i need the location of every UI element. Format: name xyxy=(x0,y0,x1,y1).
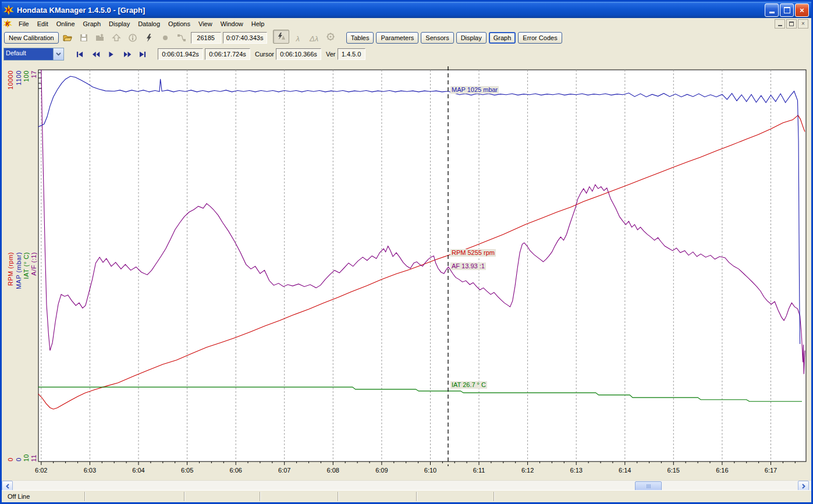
minimize-icon xyxy=(769,12,775,13)
version-label: Ver xyxy=(326,51,336,58)
preset-value: Default xyxy=(4,48,53,60)
datalog-upload-button xyxy=(273,30,289,44)
axis-max-label-rpm: 10000 xyxy=(7,70,14,90)
svg-text:6:09: 6:09 xyxy=(375,467,388,474)
mdi-restore-button[interactable] xyxy=(786,19,797,29)
status-divider xyxy=(260,492,260,501)
axis-name-label-map: MAP (mbar) xyxy=(15,252,22,289)
view-button-display[interactable]: Display xyxy=(456,32,487,44)
range-end-box: 0:06:17.724s xyxy=(205,48,250,60)
menu-bar: K FileEditOnlineGraphDisplayDatalogOptio… xyxy=(2,18,811,30)
svg-text:6:14: 6:14 xyxy=(619,467,631,474)
view-button-error-codes[interactable]: Error Codes xyxy=(518,32,562,44)
info-icon xyxy=(125,31,140,44)
open-folder-icon[interactable] xyxy=(60,31,75,44)
mdi-minimize-icon xyxy=(778,25,782,26)
view-button-parameters[interactable]: Parameters xyxy=(376,32,418,44)
svg-text:6:15: 6:15 xyxy=(668,467,680,474)
fast-forward-button[interactable] xyxy=(120,48,135,60)
svg-text:6:13: 6:13 xyxy=(570,467,582,474)
minimize-button[interactable] xyxy=(765,3,779,17)
mdi-restore-icon xyxy=(789,22,794,26)
axis-min-label-iat: 10 xyxy=(23,454,30,462)
menu-item-online[interactable]: Online xyxy=(52,19,79,29)
trace-icon xyxy=(174,31,189,44)
playback-toolbar: Default 0:06:01.942s 0:06:17.724s Cursor… xyxy=(2,46,811,62)
menu-item-datalog[interactable]: Datalog xyxy=(134,19,164,29)
menu-item-window[interactable]: Window xyxy=(216,19,247,29)
axis-max-label-map: 1100 xyxy=(15,70,22,86)
status-text: Off Line xyxy=(8,493,30,500)
cursor-value-label-iat: IAT 26.7 ° C xyxy=(450,381,487,389)
menu-item-help[interactable]: Help xyxy=(247,19,269,29)
horizontal-scrollbar[interactable] xyxy=(2,480,811,491)
axis-max-label-a/f: 17 xyxy=(30,70,37,78)
svg-text:6:10: 6:10 xyxy=(424,467,436,474)
cursor-label: Cursor xyxy=(255,51,274,58)
svg-text:6:05: 6:05 xyxy=(181,467,193,474)
axis-min-label-a/f: 11 xyxy=(30,455,37,462)
document-icon: K xyxy=(3,19,12,28)
axis-max-label-iat: 100 xyxy=(23,70,30,82)
close-button[interactable]: × xyxy=(795,3,809,17)
status-bar: Off Line xyxy=(2,490,811,503)
svg-text:6:17: 6:17 xyxy=(765,467,777,474)
upload-icon xyxy=(109,31,124,44)
graph-plot[interactable]: 6:026:036:046:056:066:076:086:096:106:11… xyxy=(2,62,813,480)
status-divider xyxy=(416,492,417,501)
skip-start-button[interactable] xyxy=(73,48,88,60)
range-start-box: 0:06:01.942s xyxy=(158,48,203,60)
main-toolbar: New Calibration 26185 0:07:40.343s λΔλ T… xyxy=(2,29,811,47)
status-divider xyxy=(184,492,184,501)
graph-panel: 6:026:036:046:056:066:076:086:096:106:11… xyxy=(2,62,813,480)
menu-item-graph[interactable]: Graph xyxy=(79,19,105,29)
svg-text:6:04: 6:04 xyxy=(132,467,144,474)
status-divider xyxy=(338,492,338,501)
title-bar: K Hondata KManager 1.4.5.0 - [Graph] × xyxy=(2,2,811,18)
svg-text:6:11: 6:11 xyxy=(473,467,485,474)
mdi-close-button[interactable]: × xyxy=(798,19,808,29)
play-button[interactable] xyxy=(105,48,119,60)
app-window: K Hondata KManager 1.4.5.0 - [Graph] × K… xyxy=(0,0,813,504)
app-icon: K xyxy=(3,5,14,15)
axis-name-label-a/f: A/F (:1) xyxy=(30,252,37,276)
axis-name-label-iat: IAT (° C) xyxy=(23,252,30,279)
axis-name-label-rpm: RPM (rpm) xyxy=(7,252,14,286)
svg-text:6:08: 6:08 xyxy=(327,467,339,474)
maximize-button[interactable] xyxy=(780,3,794,17)
view-button-tables[interactable]: Tables xyxy=(346,32,374,44)
view-button-sensors[interactable]: Sensors xyxy=(421,32,453,44)
online-bolt-icon[interactable] xyxy=(141,31,157,44)
version-box: 1.4.5.0 xyxy=(338,48,365,60)
mdi-minimize-button[interactable] xyxy=(775,19,785,29)
svg-text:6:07: 6:07 xyxy=(278,467,290,474)
view-button-graph[interactable]: Graph xyxy=(489,32,516,44)
preset-combobox[interactable]: Default xyxy=(3,48,64,61)
maximize-icon xyxy=(784,7,790,13)
menu-item-file[interactable]: File xyxy=(15,19,33,29)
delta-lambda-icon: Δλ xyxy=(307,33,322,45)
cursor-time-box: 0:06:10.366s xyxy=(276,48,321,60)
skip-end-button[interactable] xyxy=(136,48,151,60)
total-time-box: 0:07:40.343s xyxy=(223,32,267,44)
svg-text:6:12: 6:12 xyxy=(521,467,534,474)
svg-text:6:16: 6:16 xyxy=(716,467,728,474)
wheel-icon xyxy=(323,30,338,43)
menu-item-edit[interactable]: Edit xyxy=(33,19,52,29)
cursor-value-label-af: AF 13.93 :1 xyxy=(450,262,486,270)
cursor-value-label-map: MAP 1025 mbar xyxy=(450,86,499,94)
new-calibration-button[interactable]: New Calibration xyxy=(4,32,59,44)
status-divider xyxy=(84,492,85,501)
chevron-down-icon[interactable] xyxy=(53,48,63,60)
frame-count-box: 26185 xyxy=(191,32,221,44)
svg-text:6:06: 6:06 xyxy=(229,467,242,474)
menu-item-options[interactable]: Options xyxy=(164,19,194,29)
menu-item-display[interactable]: Display xyxy=(105,19,134,29)
status-divider xyxy=(494,492,494,501)
save-icon xyxy=(76,31,91,44)
rewind-button[interactable] xyxy=(89,48,104,60)
menu-item-view[interactable]: View xyxy=(194,19,216,29)
svg-text:6:02: 6:02 xyxy=(35,467,47,474)
save-calibration-icon xyxy=(93,31,108,44)
window-title: Hondata KManager 1.4.5.0 - [Graph] xyxy=(17,6,765,15)
